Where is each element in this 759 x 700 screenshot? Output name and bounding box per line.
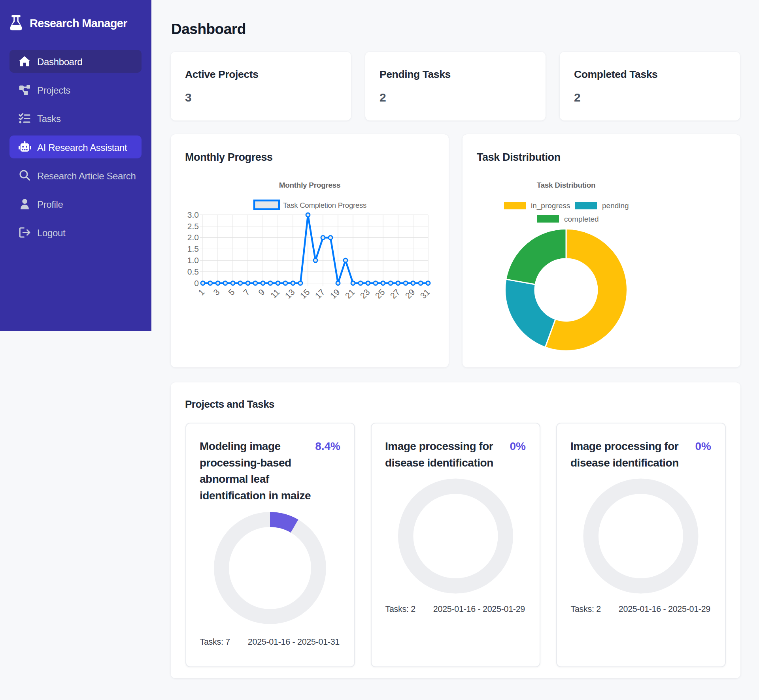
svg-text:completed: completed <box>564 215 599 223</box>
svg-text:pending: pending <box>602 201 629 210</box>
svg-text:29: 29 <box>404 287 417 301</box>
svg-text:0.5: 0.5 <box>187 267 199 276</box>
svg-text:27: 27 <box>389 287 402 301</box>
svg-text:1: 1 <box>196 287 206 297</box>
svg-text:3.0: 3.0 <box>187 210 199 219</box>
svg-text:31: 31 <box>419 287 432 301</box>
svg-text:15: 15 <box>298 287 312 301</box>
svg-text:5: 5 <box>227 287 236 297</box>
svg-text:2.0: 2.0 <box>187 233 199 242</box>
svg-text:7: 7 <box>242 287 251 297</box>
svg-text:1.5: 1.5 <box>187 244 199 253</box>
svg-text:1.0: 1.0 <box>187 256 199 265</box>
svg-text:2.5: 2.5 <box>187 222 199 231</box>
svg-text:in_progress: in_progress <box>531 201 570 210</box>
svg-text:9: 9 <box>257 287 266 297</box>
svg-text:Monthly Progress: Monthly Progress <box>279 181 341 189</box>
svg-text:21: 21 <box>344 287 357 301</box>
svg-text:Task Completion Progress: Task Completion Progress <box>283 201 366 209</box>
svg-text:3: 3 <box>211 287 221 297</box>
svg-text:17: 17 <box>313 287 327 301</box>
svg-text:11: 11 <box>269 287 282 300</box>
svg-text:13: 13 <box>283 287 297 301</box>
svg-text:0: 0 <box>194 278 199 288</box>
svg-text:19: 19 <box>329 287 342 301</box>
svg-text:23: 23 <box>359 287 372 301</box>
svg-text:25: 25 <box>374 287 387 301</box>
svg-text:Task Distribution: Task Distribution <box>537 181 596 189</box>
